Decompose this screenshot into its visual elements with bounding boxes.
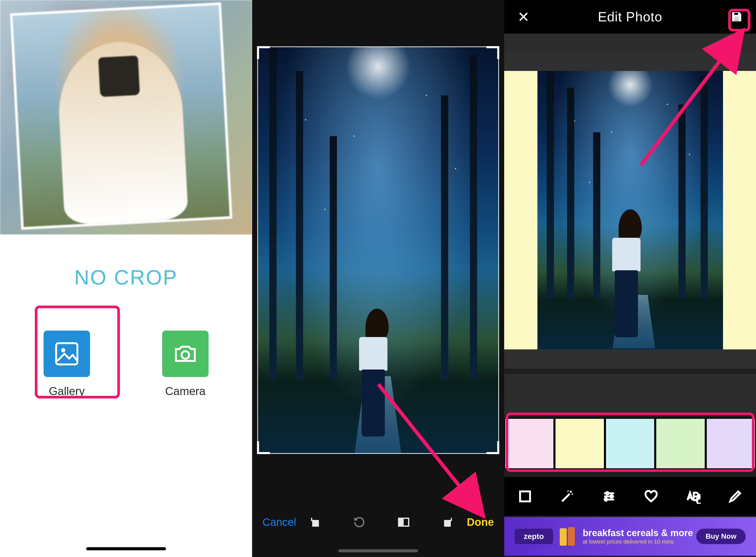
- camera-label: Camera: [165, 385, 206, 398]
- panel-edit: Edit Photo zepto breakfast cereals & mor…: [504, 0, 756, 557]
- tool-magic-wand[interactable]: [560, 489, 575, 504]
- tool-favorite-heart[interactable]: [644, 489, 659, 504]
- crop-stage[interactable]: [257, 47, 499, 454]
- ad-product-icon: [556, 525, 579, 548]
- edit-subheader: [504, 33, 756, 52]
- rotate-left-button[interactable]: [308, 516, 322, 529]
- svg-rect-12: [520, 492, 530, 502]
- hero-image: [0, 0, 252, 235]
- svg-rect-5: [398, 518, 404, 526]
- ad-banner[interactable]: zepto breakfast cereals & more at lowest…: [504, 517, 756, 556]
- annotation-highlight-gallery: [35, 305, 120, 399]
- ad-subline: at lowest prices delivered in 10 mins: [583, 538, 693, 545]
- camera-icon: [162, 330, 209, 377]
- edit-canvas[interactable]: [504, 52, 756, 369]
- ad-brand-logo: zepto: [514, 529, 553, 544]
- tool-frame[interactable]: [518, 489, 533, 504]
- panel-crop: Cancel Done: [252, 0, 504, 557]
- svg-point-13: [606, 492, 609, 495]
- ad-cta-button[interactable]: Buy Now: [696, 529, 746, 544]
- done-button[interactable]: Done: [467, 516, 494, 528]
- svg-rect-16: [560, 528, 567, 546]
- crop-toolbar: Cancel Done: [252, 508, 504, 536]
- camera-button[interactable]: Camera: [149, 320, 221, 405]
- crop-handle-tr[interactable]: [486, 46, 499, 59]
- cancel-button[interactable]: Cancel: [263, 516, 296, 528]
- canvas-image: [537, 71, 723, 349]
- annotation-highlight-save: [728, 9, 750, 31]
- home-indicator[interactable]: [86, 547, 166, 550]
- close-button[interactable]: [517, 10, 530, 23]
- edit-title: Edit Photo: [598, 9, 662, 25]
- rotate-right-button[interactable]: [441, 516, 455, 529]
- canvas-background: [504, 71, 756, 349]
- ad-headline: breakfast cereals & more: [583, 528, 693, 538]
- tool-draw-pen[interactable]: [728, 489, 743, 504]
- svg-point-15: [605, 498, 607, 501]
- tool-adjust-sliders[interactable]: [602, 489, 616, 504]
- svg-point-2: [181, 351, 189, 359]
- hero-frame: [10, 2, 233, 230]
- crop-frame[interactable]: [257, 47, 499, 454]
- svg-point-14: [610, 495, 613, 498]
- ad-text-block: breakfast cereals & more at lowest price…: [583, 528, 693, 545]
- annotation-highlight-swatches: [506, 413, 754, 472]
- tool-text[interactable]: [686, 489, 701, 504]
- reset-button[interactable]: [353, 516, 366, 529]
- app-title: NO CROP: [0, 266, 252, 289]
- svg-rect-3: [312, 520, 319, 527]
- edit-spacer: [504, 374, 756, 415]
- svg-rect-6: [444, 520, 451, 527]
- crop-handle-bl[interactable]: [257, 441, 270, 454]
- crop-handle-tl[interactable]: [257, 46, 270, 59]
- crop-handle-br[interactable]: [486, 441, 499, 454]
- svg-rect-17: [568, 527, 575, 546]
- edit-header: Edit Photo: [504, 0, 756, 33]
- edit-tool-bar: [504, 477, 756, 516]
- panel-app-home: NO CROP Gallery Camera: [0, 0, 252, 557]
- aspect-ratio-button[interactable]: [397, 516, 410, 529]
- home-indicator[interactable]: [338, 549, 418, 552]
